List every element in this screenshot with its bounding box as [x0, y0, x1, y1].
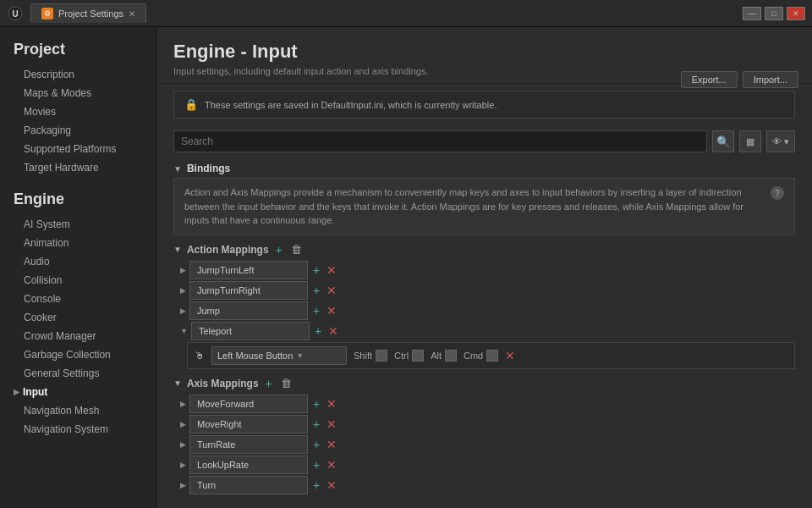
tab-close-btn[interactable]: ✕ [129, 9, 135, 19]
row-expand-arrow[interactable]: ▶ [180, 481, 186, 489]
maximize-btn[interactable]: □ [765, 7, 783, 20]
delete-key-binding-btn[interactable]: ✕ [505, 349, 515, 362]
add-key-btn[interactable]: + [311, 398, 321, 410]
close-btn[interactable]: ✕ [787, 7, 805, 20]
alt-checkbox[interactable] [445, 350, 457, 362]
table-row: ▶ JumpTurnLeft + ✕ [173, 261, 795, 279]
sidebar-item-console[interactable]: Console [0, 290, 156, 308]
remove-axis-btn[interactable]: ✕ [325, 439, 338, 450]
key-dropdown[interactable]: Left Mouse Button ▼ [211, 346, 347, 365]
remove-axis-btn[interactable]: ✕ [325, 459, 338, 471]
action-name-field[interactable]: JumpTurnLeft [189, 261, 308, 279]
add-key-btn[interactable]: + [311, 284, 321, 296]
axis-name-field[interactable]: LookUpRate [189, 456, 308, 474]
sidebar-item-navigation-system[interactable]: Navigation System [0, 420, 156, 439]
bindings-section-header: ▼ Bindings [173, 157, 795, 178]
help-icon[interactable]: ? [771, 186, 784, 200]
sidebar-item-target-hardware[interactable]: Target Hardware [0, 158, 156, 177]
remove-axis-btn[interactable]: ✕ [325, 479, 338, 491]
axis-mappings-header: ▼ Axis Mappings + 🗑 [173, 374, 795, 393]
add-key-btn[interactable]: + [311, 439, 321, 450]
description-text: Action and Axis Mappings provide a mecha… [184, 185, 764, 228]
project-section-title: Project [0, 37, 156, 65]
row-expand-arrow[interactable]: ▼ [180, 327, 188, 335]
grid-view-btn[interactable]: ▦ [739, 130, 761, 152]
ctrl-label: Ctrl [394, 351, 409, 361]
search-button[interactable]: 🔍 [712, 130, 734, 152]
export-button[interactable]: Export... [681, 71, 738, 88]
mapping-actions: + ✕ [311, 398, 338, 410]
remove-action-btn[interactable]: ✕ [325, 264, 338, 276]
action-name-field[interactable]: Jump [189, 301, 308, 320]
row-expand-arrow[interactable]: ▶ [180, 306, 186, 315]
add-axis-mapping-btn[interactable]: + [264, 378, 274, 389]
add-key-btn[interactable]: + [313, 325, 323, 337]
sidebar-item-general-settings[interactable]: General Settings [0, 364, 156, 383]
sidebar: Project Description Maps & Modes Movies … [0, 27, 156, 508]
remove-action-btn[interactable]: ✕ [325, 305, 338, 317]
delete-action-mapping-btn[interactable]: 🗑 [289, 244, 304, 255]
sidebar-item-ai-system[interactable]: AI System [0, 215, 156, 234]
sidebar-item-description[interactable]: Description [0, 65, 156, 84]
key-binding-row: 🖱 Left Mouse Button ▼ Shift Ctrl Alt [187, 342, 795, 369]
axis-arrow[interactable]: ▼ [173, 378, 182, 388]
row-expand-arrow[interactable]: ▶ [180, 266, 186, 274]
app-body: Project Description Maps & Modes Movies … [0, 27, 812, 508]
action-name-field[interactable]: Teleport [191, 322, 310, 340]
bindings-label: Bindings [187, 163, 230, 174]
sidebar-item-animation[interactable]: Animation [0, 234, 156, 252]
remove-action-btn[interactable]: ✕ [326, 325, 340, 337]
add-key-btn[interactable]: + [311, 418, 321, 430]
minimize-btn[interactable]: — [743, 7, 761, 20]
add-key-btn[interactable]: + [311, 479, 321, 491]
add-key-btn[interactable]: + [311, 305, 321, 317]
row-expand-arrow[interactable]: ▶ [180, 400, 186, 408]
import-button[interactable]: Import... [743, 71, 798, 88]
content-scroll: ▼ Bindings Action and Axis Mappings prov… [156, 157, 812, 508]
sidebar-item-collision[interactable]: Collision [0, 271, 156, 290]
row-expand-arrow[interactable]: ▶ [180, 286, 186, 295]
eye-view-btn[interactable]: 👁 ▾ [766, 130, 795, 152]
shift-checkbox[interactable] [376, 350, 387, 362]
sidebar-item-supported-platforms[interactable]: Supported Platforms [0, 140, 156, 158]
table-row: ▶ JumpTurnRight + ✕ [173, 281, 795, 300]
table-row: ▶ MoveRight + ✕ [173, 415, 795, 433]
sidebar-item-crowd-manager[interactable]: Crowd Manager [0, 327, 156, 345]
mapping-actions: + ✕ [311, 264, 338, 276]
action-arrow[interactable]: ▼ [173, 245, 182, 254]
delete-axis-mapping-btn[interactable]: 🗑 [279, 378, 294, 389]
sidebar-item-movies[interactable]: Movies [0, 102, 156, 121]
axis-name-field[interactable]: MoveRight [189, 415, 308, 433]
bindings-arrow[interactable]: ▼ [173, 164, 182, 174]
sidebar-item-cooker[interactable]: Cooker [0, 308, 156, 327]
remove-axis-btn[interactable]: ✕ [325, 398, 338, 410]
sidebar-item-input[interactable]: ▶ Input [0, 383, 156, 401]
axis-name-field[interactable]: MoveForward [189, 395, 308, 413]
cmd-modifier: Cmd [464, 350, 498, 362]
ctrl-checkbox[interactable] [412, 350, 424, 362]
sidebar-item-garbage-collection[interactable]: Garbage Collection [0, 345, 156, 364]
add-key-btn[interactable]: + [311, 264, 321, 276]
row-expand-arrow[interactable]: ▶ [180, 420, 186, 428]
action-name-field[interactable]: JumpTurnRight [189, 281, 308, 300]
sidebar-item-navigation-mesh[interactable]: Navigation Mesh [0, 401, 156, 420]
axis-name-field[interactable]: TurnRate [189, 435, 308, 454]
add-action-mapping-btn[interactable]: + [274, 244, 284, 256]
sidebar-item-audio[interactable]: Audio [0, 252, 156, 271]
sidebar-item-maps-modes[interactable]: Maps & Modes [0, 84, 156, 102]
sidebar-item-packaging[interactable]: Packaging [0, 121, 156, 140]
project-settings-tab[interactable]: ⚙ Project Settings ✕ [30, 3, 146, 23]
row-expand-arrow[interactable]: ▶ [180, 440, 186, 449]
axis-name-field[interactable]: Turn [189, 476, 308, 494]
mapping-actions: + ✕ [311, 418, 338, 430]
search-input[interactable] [173, 130, 707, 152]
mapping-actions: + ✕ [311, 439, 338, 450]
action-mappings-title: Action Mappings [187, 244, 269, 256]
remove-axis-btn[interactable]: ✕ [325, 418, 338, 430]
remove-action-btn[interactable]: ✕ [325, 284, 338, 296]
engine-section-title: Engine [0, 187, 156, 215]
mapping-actions: + ✕ [311, 284, 338, 296]
row-expand-arrow[interactable]: ▶ [180, 461, 186, 469]
add-key-btn[interactable]: + [311, 459, 321, 471]
cmd-checkbox[interactable] [486, 350, 498, 362]
